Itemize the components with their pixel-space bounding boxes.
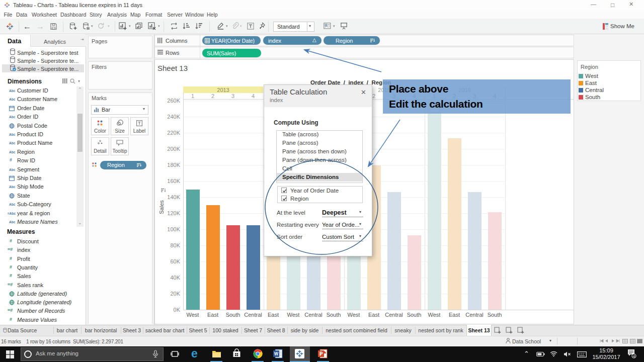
svg-text:4: 4 bbox=[633, 354, 635, 358]
svg-text:Sales: Sales bbox=[158, 200, 165, 214]
